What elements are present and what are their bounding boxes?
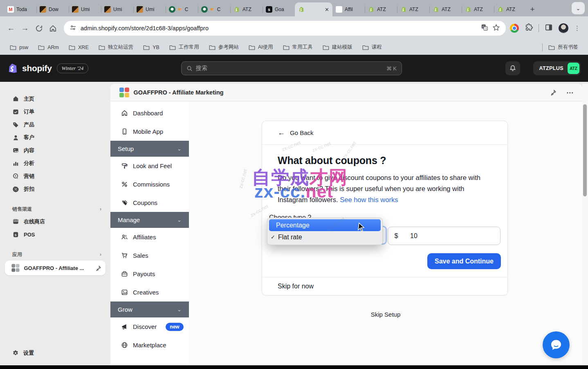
- sidebar-item-discounts[interactable]: 折扣: [5, 183, 105, 196]
- back-button[interactable]: ←: [4, 21, 18, 35]
- browser-tab[interactable]: sGoa: [263, 2, 295, 16]
- address-bar[interactable]: admin.shopify.com/store/2d1c68-3/apps/go…: [64, 21, 506, 36]
- sales-channels-header[interactable]: 销售渠道›: [5, 203, 105, 215]
- bookmark-folder[interactable]: 常用工具: [279, 42, 317, 52]
- notifications-button[interactable]: [505, 61, 520, 75]
- app-header-actions: ⋯: [550, 88, 573, 97]
- chrome-icon[interactable]: [510, 24, 519, 33]
- nav-section-grow[interactable]: Grow⌄: [110, 302, 189, 317]
- bookmark-folder[interactable]: 独立站运营: [94, 42, 138, 52]
- browser-tab[interactable]: Umi: [101, 2, 133, 16]
- chrome-menu-icon[interactable]: ⋮: [574, 25, 581, 32]
- nav-item-coupons[interactable]: Coupons: [110, 194, 189, 212]
- bookmark-folder[interactable]: 课程: [358, 42, 386, 52]
- close-tab-icon[interactable]: ✕: [325, 7, 329, 13]
- page-scrollbar-track[interactable]: [582, 84, 588, 365]
- all-bookmarks-folder[interactable]: 所有书签: [544, 42, 582, 52]
- release-badge[interactable]: Winter '24: [57, 63, 89, 73]
- save-and-continue-button[interactable]: Save and Continue: [427, 253, 501, 269]
- sidebar-item-online-store[interactable]: 在线商店: [5, 215, 105, 228]
- sidebar-item-orders[interactable]: 订单: [5, 106, 105, 119]
- shopify-logo[interactable]: shopify: [7, 62, 52, 75]
- nav-section-setup[interactable]: Setup⌄: [110, 141, 189, 157]
- search-input[interactable]: 搜索 ⌘ K: [181, 61, 402, 75]
- browser-tab[interactable]: ATZ: [494, 2, 526, 16]
- sidebar-item-home[interactable]: 主页: [5, 92, 105, 106]
- reload-button[interactable]: [32, 21, 46, 35]
- bookmark-folder[interactable]: 参考网站: [205, 42, 243, 52]
- url-text[interactable]: admin.shopify.com/store/2d1c68-3/apps/go…: [81, 25, 477, 32]
- browser-tab-active[interactable]: ✕: [295, 2, 332, 16]
- book-cover-icon: [137, 6, 143, 13]
- pin-icon[interactable]: [550, 89, 557, 96]
- sidebar-item-marketing[interactable]: 营销: [5, 170, 105, 183]
- sidebar-item-content[interactable]: 内容: [5, 144, 105, 157]
- sidebar-item-products[interactable]: 产品: [5, 118, 105, 131]
- site-settings-icon[interactable]: [70, 24, 76, 33]
- browser-tab[interactable]: ATZ: [429, 2, 462, 16]
- sidebar-item-analytics[interactable]: 分析: [5, 157, 105, 170]
- sidebar-item-customers[interactable]: 客户: [5, 131, 105, 144]
- go-back-row[interactable]: ← Go Back: [262, 121, 507, 145]
- gear-icon: [12, 350, 19, 356]
- extensions-icon[interactable]: [525, 23, 533, 33]
- sidebar-item-goaffpro[interactable]: GOAFFPRO - Affiliate ...: [5, 261, 105, 275]
- bookmark-folder[interactable]: 建站模版: [319, 42, 357, 52]
- nav-item-look-and-feel[interactable]: Look and Feel: [110, 157, 189, 175]
- nav-item-mobile-app[interactable]: Mobile App: [110, 122, 189, 141]
- nav-item-creatives[interactable]: Creatives: [110, 283, 189, 302]
- bookmark-folder[interactable]: 工作常用: [165, 42, 203, 52]
- bookmark-star-icon[interactable]: [492, 24, 500, 33]
- currency-prefix: $: [388, 232, 404, 240]
- profile-avatar[interactable]: [559, 23, 568, 33]
- coupon-amount-input[interactable]: 10: [404, 232, 417, 240]
- side-panel-icon[interactable]: [545, 23, 553, 33]
- screen: MToda Dow Umi Umi Umi ☛C ☛C ATZ sGoa ✕ A…: [0, 0, 588, 369]
- browser-tab[interactable]: ☛C: [198, 2, 230, 16]
- nav-item-marketplace[interactable]: Marketplace: [110, 336, 189, 354]
- app-more-icon[interactable]: ⋯: [566, 88, 573, 97]
- chat-widget-button[interactable]: [543, 331, 570, 358]
- store-menu-button[interactable]: ATZPLUS ATZ: [533, 61, 581, 75]
- nav-section-manage[interactable]: Manage⌄: [110, 212, 189, 228]
- bookmark-folder[interactable]: XRE: [65, 43, 93, 52]
- bookmark-folder[interactable]: psw: [6, 43, 32, 52]
- nav-item-discover[interactable]: Discovernew: [110, 317, 189, 336]
- nav-item-sales[interactable]: Sales: [110, 246, 189, 265]
- home-button[interactable]: [46, 21, 60, 35]
- forward-button[interactable]: →: [18, 21, 32, 35]
- nav-item-payouts[interactable]: Payouts: [110, 265, 189, 283]
- nav-item-affiliates[interactable]: Affiliates: [110, 228, 189, 246]
- translate-icon[interactable]: G文: [481, 24, 488, 33]
- bookmark-folder[interactable]: YB: [139, 43, 164, 52]
- nav-item-dashboard[interactable]: Dashboard: [110, 104, 189, 122]
- tab-search-chevron-button[interactable]: ⌄: [572, 2, 585, 14]
- mouse-cursor: [357, 223, 366, 233]
- browser-tab[interactable]: ATZ: [462, 2, 494, 16]
- browser-tab[interactable]: ☛C: [166, 2, 198, 16]
- browser-tab[interactable]: ATZ: [397, 2, 429, 16]
- divider: [542, 43, 543, 52]
- pin-icon[interactable]: [95, 265, 101, 271]
- skip-setup-link[interactable]: Skip Setup: [189, 311, 582, 318]
- search-shortcut: ⌘ K: [386, 65, 397, 72]
- sidebar-item-pos[interactable]: sPOS: [5, 228, 105, 241]
- browser-tab[interactable]: Umi: [133, 2, 166, 16]
- bookmark-folder[interactable]: AI使用: [245, 42, 277, 52]
- browser-tab[interactable]: Umi: [69, 2, 101, 16]
- see-how-link[interactable]: See how this works: [340, 196, 398, 203]
- browser-tab[interactable]: Dow: [36, 2, 69, 16]
- browser-tab[interactable]: ATZ: [230, 2, 263, 16]
- apps-header[interactable]: 应用›: [5, 248, 105, 261]
- bookmark-folder[interactable]: ARm: [34, 43, 63, 52]
- nav-item-commissions[interactable]: Commissions: [110, 175, 189, 194]
- browser-tab[interactable]: MToda: [4, 2, 36, 16]
- new-tab-button[interactable]: +: [526, 2, 539, 16]
- sidebar-item-settings[interactable]: 设置: [5, 346, 105, 360]
- goaffpro-icon: [119, 88, 129, 97]
- browser-tab[interactable]: ATZ: [365, 2, 397, 16]
- skip-for-now-row[interactable]: Skip for now: [262, 277, 507, 295]
- page-scrollbar-thumb[interactable]: [583, 104, 587, 196]
- shopify-icon: [433, 6, 439, 13]
- browser-tab[interactable]: Affil: [332, 2, 365, 16]
